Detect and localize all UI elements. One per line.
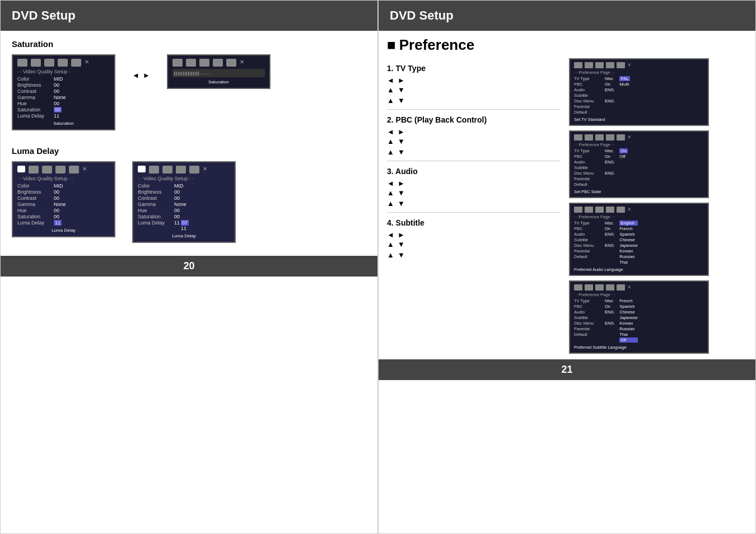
ms3-thai: Thai	[619, 260, 638, 265]
ms4-x: ✕	[627, 284, 632, 291]
luma-s2-bottom: Luma Delay	[138, 233, 230, 238]
s4-left-arrow[interactable]: ◄	[387, 231, 394, 239]
section-3: 3. Audio ◄ ► ▲ ▼	[387, 167, 561, 208]
luma-val-11: 11	[181, 226, 189, 231]
preference-title: Preference	[387, 36, 747, 54]
ms4-disc	[595, 284, 604, 291]
s4-up2-arrow[interactable]: ▲	[387, 251, 394, 259]
ms3-tv	[574, 207, 582, 213]
s2-up2-arrow[interactable]: ▲	[387, 148, 394, 156]
ms3-lock	[617, 207, 625, 213]
s1-down2-arrow[interactable]: ▼	[398, 96, 405, 105]
saturation-title: Saturation	[12, 39, 366, 49]
s4-right-arrow[interactable]: ►	[398, 231, 405, 239]
ms3-bottom: Preferred Audio Language	[574, 267, 704, 272]
ms1-opt-pal: PAL	[619, 76, 630, 81]
ls1-row-luma: Luma Delay11	[17, 220, 110, 226]
s1-left-arrow[interactable]: ◄	[387, 76, 394, 85]
s1-down-arrow[interactable]: ▼	[398, 86, 405, 94]
ms4-bottom: Preferred Subtitle Language	[574, 345, 704, 350]
lr-arrows-sat: ◄ ►	[132, 71, 150, 79]
right-content: Preference 1. TV Type ◄ ► ▲	[379, 31, 755, 359]
s3-down2-arrow[interactable]: ▼	[398, 199, 405, 208]
mini-screen-2: ✕ · · Preference Page · · TV TypeNtsc PB…	[569, 130, 709, 198]
ms2-x: ✕	[627, 134, 632, 140]
ms3-disc	[595, 207, 604, 213]
ms1-label: · · Preference Page · ·	[574, 70, 704, 75]
ms4-discmenu: Disc MenuENG	[574, 321, 616, 326]
disc-icon	[44, 59, 54, 67]
slider-display: |||||||||||||||......	[174, 71, 263, 76]
x-icon: ✕	[85, 59, 89, 67]
ms1-parental: Parental	[574, 104, 616, 109]
luma-s2-label: · · Video Quality Setup · ·	[138, 176, 230, 181]
ms1-discmenu: Disc MenuENG	[574, 99, 616, 104]
section-2: 2. PBC (Play Back Control) ◄ ► ▲ ▼	[387, 115, 561, 156]
lock-icon	[71, 59, 81, 67]
ms3-icons: ✕	[574, 207, 704, 213]
ms4-chinese: Chinese	[619, 310, 638, 315]
ms1-lock	[617, 62, 625, 68]
ms1-bottom: Set TV Standard	[574, 117, 704, 122]
disc-icon4	[162, 166, 172, 174]
s1-right-arrow[interactable]: ►	[398, 76, 405, 85]
mini-screen-3: ✕ · · Preference Page · · TV TypeNtsc PB…	[569, 203, 709, 276]
s3-up2-arrow[interactable]: ▲	[387, 199, 394, 208]
luma-screen2: ✕ · · Video Quality Setup · · ColorMID B…	[132, 161, 236, 243]
s2-down-arrow[interactable]: ▼	[398, 137, 405, 146]
ms3-subtitle: Subtitle	[574, 237, 616, 242]
s2-up-arrow[interactable]: ▲	[387, 137, 394, 146]
lock-icon3	[69, 166, 79, 174]
s2-left-arrow[interactable]: ◄	[387, 128, 394, 136]
ms2-subtitle: Subtitle	[574, 165, 616, 170]
ms2-tvtype: TV TypeNtsc	[574, 148, 616, 153]
s4-down2-arrow[interactable]: ▼	[398, 251, 405, 259]
ms2-spk	[585, 134, 593, 140]
s3-up-arrow[interactable]: ▲	[387, 189, 394, 197]
s2-down2-arrow[interactable]: ▼	[398, 148, 405, 156]
section4-label: 4. Subtitle	[387, 218, 561, 227]
ms3-spk	[585, 207, 593, 213]
luma-s1-bottom: Luma Delay	[17, 228, 110, 233]
ls2-row-bright: Brightness00	[138, 189, 230, 195]
s3-right-arrow[interactable]: ►	[398, 179, 405, 188]
ms1-default: Default	[574, 110, 616, 115]
s4-up-arrow[interactable]: ▲	[387, 240, 394, 249]
s1-row-gamma: GammaNone	[17, 95, 110, 100]
ls2-row-hue: Hue00	[138, 208, 230, 213]
s3-left-arrow[interactable]: ◄	[387, 179, 394, 188]
ls2-row-contrast: Contrast00	[138, 195, 230, 201]
ms2-pbc: PBCOn	[574, 154, 616, 159]
ms3-discmenu: Disc MenuENG	[574, 243, 616, 248]
ms1-icons: ✕	[574, 62, 704, 68]
s1-up-arrow[interactable]: ▲	[387, 86, 394, 94]
ms2-icons: ✕	[574, 134, 704, 140]
s2-lr-arrows: ◄ ►	[387, 128, 405, 136]
left-arrow[interactable]: ◄	[132, 71, 139, 79]
ms3-pbc: PBCOn	[574, 226, 616, 231]
saturation-screen2: ✕ |||||||||||||||...... Saturation	[167, 54, 270, 89]
mini-screen-4: ✕ · · Preference Page · · TV TypeNtsc PB…	[569, 280, 709, 354]
ms2-discmenu: Disc MenuENG	[574, 171, 616, 176]
nav-lr-sat: ◄ ►	[132, 54, 150, 79]
s4-down-arrow[interactable]: ▼	[398, 240, 405, 249]
ms2-menu	[606, 134, 614, 140]
s3-down-arrow[interactable]: ▼	[398, 189, 405, 197]
luma-s1-label: · · Video Quality Setup · ·	[17, 176, 110, 181]
disc-icon3	[42, 166, 52, 174]
s1-row-contrast: Contrast00	[17, 88, 110, 94]
speaker-icon3	[29, 166, 39, 174]
s3-ud-arrows: ▲ ▼	[387, 189, 405, 197]
ls2-row-gamma: GammaNone	[138, 202, 230, 207]
ms4-off: Off	[619, 338, 638, 343]
right-arrow[interactable]: ►	[143, 71, 150, 79]
ms4-tvtype: TV TypeNtsc	[574, 298, 616, 303]
s1-up2-arrow[interactable]: ▲	[387, 96, 394, 105]
ms1-opt-multi: Multi	[619, 82, 630, 87]
ms1-spk	[585, 62, 593, 68]
ms4-spk	[585, 284, 593, 291]
luma-screen1: ✕ · · Video Quality Setup · · ColorMID B…	[12, 161, 115, 237]
s1-row-sat: Saturation00	[17, 107, 110, 113]
s2-right-arrow[interactable]: ►	[398, 128, 405, 136]
pref-layout: 1. TV Type ◄ ► ▲ ▼	[387, 58, 747, 354]
